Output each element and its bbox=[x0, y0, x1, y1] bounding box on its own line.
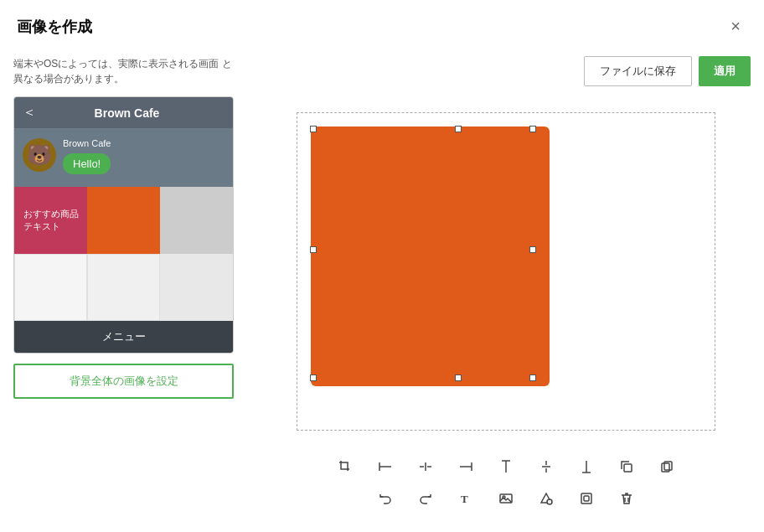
chat-area: 🐻 Brown Cafe Hello! bbox=[14, 128, 233, 187]
handle-bm[interactable] bbox=[455, 374, 462, 381]
image-grid: おすすめ商品テキスト bbox=[14, 187, 233, 321]
warning-text: 端末やOSによっては、実際に表示される画面 と異なる場合があります。 bbox=[13, 56, 234, 86]
phone-mockup: ＜ Brown Cafe 🐻 Brown Cafe Hello! bbox=[13, 96, 234, 354]
frame-button[interactable] bbox=[573, 485, 600, 512]
delete-button[interactable] bbox=[613, 485, 640, 512]
center-h-button[interactable] bbox=[412, 453, 439, 480]
svg-rect-21 bbox=[581, 493, 591, 504]
align-left-button[interactable] bbox=[372, 453, 399, 480]
chat-sender-name: Brown Cafe bbox=[63, 138, 111, 148]
handle-ml[interactable] bbox=[310, 246, 317, 253]
handle-tl[interactable] bbox=[310, 126, 317, 132]
dialog: 画像を作成 × 端末やOSによっては、実際に表示される画面 と異なる場合がありま… bbox=[0, 0, 764, 532]
canvas-area[interactable] bbox=[261, 96, 751, 447]
toolbar-row-1 bbox=[332, 453, 680, 480]
back-arrow-icon[interactable]: ＜ bbox=[23, 104, 36, 121]
avatar-icon: 🐻 bbox=[27, 143, 52, 167]
align-bottom-button[interactable] bbox=[573, 453, 600, 480]
dialog-body: 端末やOSによっては、実際に表示される画面 と異なる場合があります。 ＜ Bro… bbox=[0, 46, 764, 532]
orange-rect[interactable] bbox=[311, 127, 550, 386]
bg-image-button[interactable]: 背景全体の画像を設定 bbox=[13, 364, 234, 399]
svg-text:T: T bbox=[461, 493, 468, 505]
grid-cell-2 bbox=[160, 187, 233, 254]
image-button[interactable] bbox=[493, 485, 519, 512]
bottom-toolbars: T bbox=[261, 447, 751, 519]
handle-bl[interactable] bbox=[310, 374, 317, 381]
text-button[interactable]: T bbox=[452, 485, 479, 512]
grid-cell-4 bbox=[87, 254, 160, 321]
top-toolbar: ファイルに保存 適用 bbox=[261, 46, 751, 96]
align-top-button[interactable] bbox=[493, 453, 519, 480]
handle-tm[interactable] bbox=[455, 126, 462, 132]
align-right-button[interactable] bbox=[452, 453, 479, 480]
chat-bubble: Hello! bbox=[63, 153, 111, 174]
handle-br[interactable] bbox=[529, 374, 536, 381]
grid-cell-text-0: おすすめ商品テキスト bbox=[23, 208, 79, 234]
toolbar-row-2: T bbox=[372, 485, 640, 512]
crop-button[interactable] bbox=[332, 453, 359, 480]
menu-label: メニュー bbox=[102, 330, 146, 343]
apply-button[interactable]: 適用 bbox=[699, 56, 751, 86]
paste-button[interactable] bbox=[653, 453, 680, 480]
svg-rect-22 bbox=[584, 496, 589, 501]
grid-cell-1 bbox=[87, 187, 160, 254]
handle-mr[interactable] bbox=[529, 246, 536, 253]
avatar: 🐻 bbox=[23, 138, 56, 172]
redo-button[interactable] bbox=[412, 485, 439, 512]
right-panel: ファイルに保存 適用 bbox=[247, 46, 764, 532]
dialog-header: 画像を作成 × bbox=[0, 0, 764, 46]
center-v-button[interactable] bbox=[533, 453, 560, 480]
grid-cell-5 bbox=[160, 254, 233, 321]
save-file-button[interactable]: ファイルに保存 bbox=[584, 56, 692, 86]
grid-cell-3 bbox=[14, 254, 87, 321]
shape-button[interactable] bbox=[533, 485, 560, 512]
undo-button[interactable] bbox=[372, 485, 399, 512]
left-panel: 端末やOSによっては、実際に表示される画面 と異なる場合があります。 ＜ Bro… bbox=[0, 46, 247, 532]
chat-bubble-area: Brown Cafe Hello! bbox=[63, 138, 111, 174]
phone-header: ＜ Brown Cafe bbox=[14, 97, 233, 128]
close-button[interactable]: × bbox=[724, 13, 747, 39]
canvas-container bbox=[297, 112, 715, 431]
phone-menu-bar: メニュー bbox=[14, 321, 233, 353]
svg-point-20 bbox=[547, 499, 552, 504]
copy-button[interactable] bbox=[613, 453, 640, 480]
handle-tr[interactable] bbox=[529, 126, 536, 132]
dialog-title: 画像を作成 bbox=[17, 17, 92, 37]
grid-cell-0: おすすめ商品テキスト bbox=[14, 187, 87, 254]
phone-header-title: Brown Cafe bbox=[43, 106, 211, 120]
svg-rect-14 bbox=[624, 464, 632, 472]
